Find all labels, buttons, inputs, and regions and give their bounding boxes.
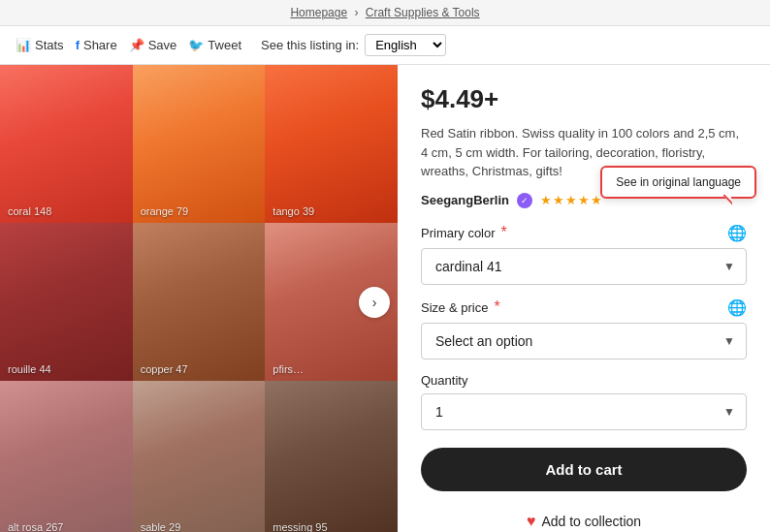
primary-color-label: Primary color * 🌐: [421, 224, 747, 242]
pinterest-icon: 📌: [129, 38, 144, 52]
list-item: alt rosa 267: [0, 381, 133, 532]
quantity-section: Quantity 1 2 3 4 5 ▼: [421, 373, 747, 430]
ribbon-label: tango 39: [273, 205, 314, 217]
breadcrumb-category[interactable]: Craft Supplies & Tools: [366, 6, 480, 19]
ribbon-label: sable 29: [141, 521, 181, 532]
facebook-icon: f: [76, 38, 80, 52]
globe-icon-color[interactable]: 🌐: [727, 224, 747, 242]
seller-stars: ★★★★★: [540, 193, 603, 207]
primary-color-section: Primary color * 🌐 cardinal 41 ▼: [421, 224, 747, 285]
size-price-section: Size & price * 🌐 Select an option ▼: [421, 298, 747, 360]
list-item: orange 79: [133, 65, 266, 223]
seller-name[interactable]: SeegangBerlin: [421, 193, 509, 207]
breadcrumb-home[interactable]: Homepage: [290, 6, 347, 19]
list-item: tango 39: [265, 65, 398, 223]
ribbon-label: alt rosa 267: [8, 521, 63, 532]
add-to-collection-label: Add to collection: [541, 514, 641, 529]
ribbon-label: orange 79: [141, 205, 189, 217]
stats-icon: 📊: [16, 38, 31, 52]
ribbon-label: rouille 44: [8, 363, 51, 375]
ribbon-label: copper 47: [141, 363, 188, 375]
product-details: $4.49+ Red Satin ribbon. Swiss quality i…: [398, 65, 770, 532]
size-price-dropdown-wrap: Select an option ▼: [421, 323, 747, 360]
breadcrumb-separator: ›: [354, 6, 358, 19]
ribbon-label: coral 148: [8, 205, 51, 217]
primary-color-select[interactable]: cardinal 41: [421, 248, 747, 285]
seller-badge: ✓: [517, 193, 532, 208]
list-item: rouille 44: [0, 223, 133, 381]
ribbon-grid: coral 148 orange 79 tango 39 rouille 44 …: [0, 65, 398, 532]
tooltip-text: See in original language: [616, 175, 741, 189]
ribbon-label: messing 95: [273, 521, 327, 532]
main-content: coral 148 orange 79 tango 39 rouille 44 …: [0, 65, 770, 532]
save-button[interactable]: 📌 Save: [129, 38, 177, 52]
ribbon-label: pfirs…: [273, 363, 304, 375]
add-to-cart-button[interactable]: Add to cart: [421, 448, 747, 491]
tweet-button[interactable]: 🐦 Tweet: [188, 38, 241, 52]
list-item: copper 47: [133, 223, 266, 381]
product-price: $4.49+: [421, 84, 747, 114]
quantity-dropdown-wrap: 1 2 3 4 5 ▼: [421, 393, 747, 430]
list-item: sable 29: [133, 381, 266, 532]
list-item: coral 148: [0, 65, 133, 223]
product-image-container: coral 148 orange 79 tango 39 rouille 44 …: [0, 65, 398, 532]
language-select[interactable]: English Deutsch Français Español: [365, 34, 446, 56]
toolbar: 📊 Stats f Share 📌 Save 🐦 Tweet See this …: [0, 26, 770, 65]
original-language-tooltip[interactable]: See in original language: [600, 166, 756, 199]
quantity-select[interactable]: 1 2 3 4 5: [421, 393, 747, 430]
add-to-collection-button[interactable]: ♥ Add to collection: [421, 503, 747, 533]
quantity-label: Quantity: [421, 373, 747, 388]
breadcrumb: Homepage › Craft Supplies & Tools: [0, 0, 770, 26]
see-listing-label: See this listing in:: [261, 38, 359, 52]
seller-row: SeegangBerlin ✓ ★★★★★ See in original la…: [421, 193, 747, 208]
required-indicator-size: *: [494, 299, 499, 315]
stats-button[interactable]: 📊 Stats: [16, 38, 64, 52]
primary-color-dropdown-wrap: cardinal 41 ▼: [421, 248, 747, 285]
twitter-icon: 🐦: [188, 38, 204, 52]
size-price-label: Size & price * 🌐: [421, 298, 747, 317]
see-listing-section: See this listing in: English Deutsch Fra…: [261, 34, 446, 56]
next-image-button[interactable]: ›: [359, 287, 390, 318]
heart-icon: ♥: [527, 513, 536, 530]
share-button[interactable]: f Share: [76, 38, 117, 52]
required-indicator: *: [501, 225, 507, 240]
list-item: messing 95: [265, 381, 398, 532]
size-price-select[interactable]: Select an option: [421, 323, 747, 360]
globe-icon-size[interactable]: 🌐: [727, 298, 747, 317]
